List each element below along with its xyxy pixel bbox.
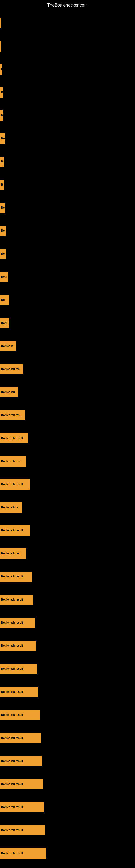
bar-row: Bottleneck result [0,657,135,680]
bar-30: Bottleneck result [0,710,40,720]
bar-row: Bottleneck result [0,796,135,818]
bar-label-19: Bottleneck resu [1,460,21,463]
bar-10: Bo [0,249,6,259]
bar-row: B [0,173,135,196]
bar-17: Bottleneck resu [0,410,25,421]
bar-label-29: Bottleneck result [1,690,23,693]
bar-label-24: Bottleneck result [1,575,23,578]
bar-row: Bottl [0,311,135,335]
bar-row: Bottleneck result [0,565,135,588]
bar-label-2: E [1,68,2,71]
bar-row: Bottleneck resu [0,542,135,565]
bar-35: Bottleneck result [0,825,45,835]
bar-row: Bo [0,127,135,150]
bar-label-4: E [1,114,3,117]
bar-row: Bottleneck result [0,588,135,611]
bar-row: Bottleneck result [0,749,135,773]
bar-label-31: Bottleneck result [1,737,23,739]
bar-row: Bottleneck res [0,358,135,380]
bar-row: | [0,12,135,35]
bar-28: Bottleneck result [0,664,37,674]
bar-row: Bottleneck result [0,726,135,749]
bar-label-10: Bo [1,252,5,255]
bar-row: B [0,150,135,173]
bar-label-34: Bottleneck result [1,806,23,809]
bar-label-3: B [1,91,3,94]
bar-label-36: Bottleneck result [1,852,23,855]
bar-label-16: Bottleneck [1,391,15,394]
bar-label-21: Bottleneck re [1,506,18,509]
bar-16: Bottleneck [0,387,18,397]
bar-20: Bottleneck result [0,479,30,490]
bar-9: Bo [0,226,6,236]
bar-8: Bo [0,203,5,213]
bar-row: Bottleneck result [0,611,135,634]
bar-label-27: Bottleneck result [1,644,23,647]
site-title: TheBottlenecker.com [0,0,135,9]
bar-27: Bottleneck result [0,641,37,651]
bar-row: Bottleneck result [0,680,135,703]
bar-row: Bottleneck result [0,818,135,842]
bar-7: B [0,180,4,190]
bar-31: Bottleneck result [0,733,41,743]
bar-3: B [0,87,3,98]
bar-19: Bottleneck resu [0,456,26,467]
bar-row: Bottleneck re [0,496,135,519]
bar-24: Bottleneck result [0,571,32,582]
bar-36: Bottleneck result [0,848,46,859]
bar-33: Bottleneck result [0,779,43,789]
bar-4: E [0,111,3,121]
bars-container: ||EBEBoBBBoBoBoBottlBottBottlBottlenecBo… [0,9,135,865]
bar-row: Bottleneck result [0,427,135,450]
bar-row: Bo [0,196,135,219]
bar-row: Bottleneck result [0,842,135,865]
bar-row: B [0,81,135,104]
bar-label-32: Bottleneck result [1,760,23,763]
bar-row: Bottleneck result [0,703,135,726]
bar-row: Bottleneck resu [0,404,135,427]
bar-34: Bottleneck result [0,802,44,812]
bar-label-28: Bottleneck result [1,667,23,670]
bar-32: Bottleneck result [0,756,42,766]
bar-label-9: Bo [1,229,5,232]
bar-2: E [0,64,2,74]
bar-29: Bottleneck result [0,687,38,697]
bar-label-8: Bo [1,206,5,209]
bar-label-17: Bottleneck resu [1,414,21,416]
bar-row: Bottleneck result [0,773,135,796]
bar-label-7: B [1,183,3,186]
bar-label-15: Bottleneck res [1,368,20,371]
bar-row: Bottlenec [0,335,135,358]
bar-label-23: Bottleneck resu [1,552,21,555]
bar-18: Bottleneck result [0,433,28,443]
bar-row: Bottleneck [0,380,135,404]
bar-label-14: Bottlenec [1,344,13,347]
bar-label-18: Bottleneck result [1,437,23,440]
bar-row: Bo [0,242,135,265]
bar-1: | [0,41,1,52]
bar-12: Bott [0,295,9,305]
bar-6: B [0,156,4,167]
bar-5: Bo [0,133,5,144]
bar-row: Bott [0,288,135,311]
bar-21: Bottleneck re [0,502,21,513]
bar-row: Bottleneck result [0,634,135,657]
bar-14: Bottlenec [0,341,16,351]
bar-label-11: Bottl [1,275,7,278]
bar-row: | [0,35,135,58]
bar-row: Bottleneck resu [0,450,135,473]
bar-label-26: Bottleneck result [1,621,23,624]
bar-label-22: Bottleneck result [1,529,23,532]
bar-label-20: Bottleneck result [1,483,23,486]
bar-22: Bottleneck result [0,525,30,536]
bar-label-6: B [1,160,3,163]
bar-label-35: Bottleneck result [1,829,23,832]
bar-23: Bottleneck resu [0,549,27,559]
bar-13: Bottl [0,318,9,328]
bar-label-5: Bo [1,137,5,140]
bar-label-25: Bottleneck result [1,598,23,601]
bar-row: Bottl [0,265,135,288]
bar-label-33: Bottleneck result [1,782,23,785]
bar-row: E [0,58,135,81]
bar-row: E [0,104,135,127]
